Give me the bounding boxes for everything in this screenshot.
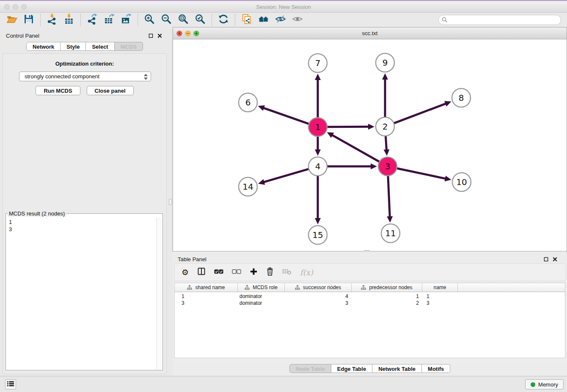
export-network-button[interactable] bbox=[84, 14, 101, 26]
import-table-icon bbox=[63, 14, 74, 26]
graph-edge-arrowhead bbox=[371, 163, 377, 169]
control-panel-header: Control Panel bbox=[6, 30, 167, 41]
deselect-all-rows-button[interactable] bbox=[232, 267, 241, 277]
save-session-button[interactable] bbox=[20, 14, 37, 26]
refresh-view-button[interactable] bbox=[215, 14, 232, 26]
graph-edge-4-14[interactable] bbox=[263, 169, 308, 182]
graph-edge-1-2[interactable] bbox=[328, 127, 369, 127]
plus-icon bbox=[250, 268, 258, 277]
memory-button[interactable]: Memory bbox=[525, 379, 564, 389]
tab-node-table[interactable]: Node Table bbox=[289, 364, 331, 373]
toolbar-separator bbox=[212, 14, 212, 26]
columns-icon bbox=[197, 267, 206, 277]
column-header-successor-nodes[interactable]: successor nodes bbox=[285, 283, 352, 292]
criterion-dropdown[interactable]: strongly connected component bbox=[19, 72, 151, 81]
tab-select[interactable]: Select bbox=[86, 42, 114, 51]
tab-style[interactable]: Style bbox=[61, 42, 86, 51]
network-file-manager-button[interactable] bbox=[238, 14, 255, 26]
window-title: Session: New Session bbox=[0, 4, 567, 10]
tab-mcds[interactable]: MCDS bbox=[115, 42, 143, 51]
memory-status-icon bbox=[531, 382, 535, 387]
zoom-in-icon bbox=[144, 14, 155, 26]
open-session-button[interactable] bbox=[3, 14, 20, 26]
graph-node-label-9: 9 bbox=[383, 58, 388, 68]
hide-details-button[interactable] bbox=[272, 14, 289, 26]
graph-edge-arrowhead bbox=[315, 149, 321, 156]
graph-edge-arrowhead bbox=[315, 218, 321, 224]
select-all-rows-button[interactable] bbox=[214, 267, 223, 277]
table-cell: 1 bbox=[422, 293, 458, 300]
criterion-dropdown-value: strongly connected component bbox=[25, 73, 99, 80]
network-canvas[interactable]: 1234678910111415 bbox=[173, 39, 567, 251]
float-panel-icon[interactable] bbox=[148, 33, 154, 39]
save-floppy-icon bbox=[23, 14, 34, 26]
graph-edge-3-11[interactable] bbox=[388, 176, 390, 218]
mcds-result-group: MCDS result (2 nodes) 1 3 bbox=[6, 210, 163, 370]
delete-row-button[interactable] bbox=[266, 267, 274, 277]
export-table-button[interactable] bbox=[101, 14, 118, 26]
function-builder-button-disabled: f(x) bbox=[300, 267, 313, 277]
graph-edge-2-8[interactable] bbox=[394, 103, 447, 123]
graph-edge-1-6[interactable] bbox=[263, 108, 308, 124]
float-table-panel-icon[interactable] bbox=[543, 257, 549, 262]
tab-network-table[interactable]: Network Table bbox=[372, 364, 422, 373]
zoom-out-icon bbox=[161, 14, 172, 26]
network-window-title: scc.txt bbox=[173, 30, 567, 36]
tab-network[interactable]: Network bbox=[26, 42, 61, 51]
table-settings-button[interactable]: ⚙ bbox=[182, 267, 189, 277]
table-cell: 3 bbox=[422, 300, 458, 306]
import-network-button[interactable] bbox=[44, 14, 61, 26]
task-history-button[interactable] bbox=[5, 379, 16, 389]
close-table-panel-icon[interactable] bbox=[552, 257, 558, 262]
panel-splitter-handle[interactable] bbox=[169, 199, 172, 205]
export-image-icon bbox=[121, 14, 132, 26]
graph-node-label-15: 15 bbox=[312, 230, 323, 240]
column-header-filler bbox=[458, 283, 565, 292]
checked-boxes-icon bbox=[214, 268, 223, 276]
search-field-wrap bbox=[438, 15, 561, 25]
graph-node-label-1: 1 bbox=[315, 122, 321, 132]
zoom-selected-button[interactable] bbox=[192, 14, 209, 26]
table-scroll-strip[interactable] bbox=[174, 358, 565, 363]
table-cell: 1 bbox=[175, 293, 238, 300]
toolbar-separator bbox=[40, 14, 41, 26]
dropdown-stepper-icon bbox=[143, 73, 148, 82]
main-toolbar bbox=[0, 13, 567, 27]
list-icon bbox=[7, 381, 14, 389]
close-panel-button[interactable]: Close panel bbox=[87, 86, 134, 95]
table-row[interactable]: 3dominator323 bbox=[175, 300, 565, 306]
column-header-name[interactable]: name bbox=[422, 283, 458, 292]
import-table-button[interactable] bbox=[61, 14, 77, 26]
table-cell: dominator bbox=[238, 300, 285, 306]
column-header-shared-name[interactable]: shared name bbox=[175, 283, 238, 292]
graph-edge-arrowhead bbox=[382, 73, 388, 80]
zoom-in-button[interactable] bbox=[141, 14, 158, 26]
show-columns-button[interactable] bbox=[197, 267, 206, 277]
graph-node-label-3: 3 bbox=[385, 161, 391, 171]
tab-edge-table[interactable]: Edge Table bbox=[331, 364, 372, 373]
tab-motifs[interactable]: Motifs bbox=[422, 364, 450, 373]
control-panel-title: Control Panel bbox=[6, 33, 39, 39]
show-details-button[interactable] bbox=[289, 14, 306, 26]
run-mcds-button[interactable]: Run MCDS bbox=[36, 86, 80, 95]
search-input[interactable] bbox=[438, 15, 561, 25]
mcds-result-text: 1 3 bbox=[6, 218, 156, 370]
table-cell: dominator bbox=[238, 293, 285, 300]
optimization-criterion-label: Optimization criterion: bbox=[3, 61, 166, 67]
delete-column-icon bbox=[282, 268, 292, 276]
graph-edge-3-10[interactable] bbox=[397, 168, 446, 179]
graph-edge-3-1[interactable] bbox=[331, 135, 379, 162]
home-button[interactable] bbox=[255, 14, 272, 26]
export-image-button[interactable] bbox=[118, 14, 135, 26]
close-panel-icon[interactable] bbox=[157, 33, 162, 39]
export-network-icon bbox=[87, 14, 98, 26]
gear-icon: ⚙ bbox=[182, 268, 189, 276]
table-row[interactable]: 1dominator411 bbox=[175, 293, 565, 300]
graph-edge-2-3[interactable] bbox=[385, 136, 386, 151]
column-header-predecessor-nodes[interactable]: predecessor nodes bbox=[352, 283, 422, 292]
zoom-out-button[interactable] bbox=[158, 14, 175, 26]
column-header-MCDS-role[interactable]: MCDS role bbox=[238, 283, 285, 292]
mcds-result-scrollbar[interactable] bbox=[156, 218, 162, 370]
add-column-button[interactable] bbox=[250, 267, 258, 277]
zoom-fit-button[interactable] bbox=[175, 14, 192, 26]
